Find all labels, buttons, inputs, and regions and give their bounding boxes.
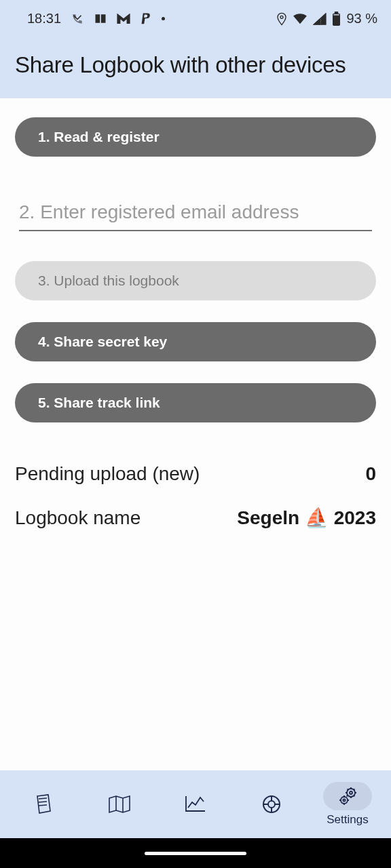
logbook-name-label: Logbook name [15, 507, 141, 529]
status-time: 18:31 [27, 11, 61, 26]
svg-rect-3 [334, 14, 339, 15]
lifebuoy-icon [261, 794, 282, 814]
upload-logbook-button: 3. Upload this logbook [15, 261, 376, 300]
logbook-icon [33, 793, 54, 815]
location-icon [276, 12, 287, 26]
pending-upload-label: Pending upload (new) [15, 463, 200, 485]
nav-map[interactable] [81, 770, 157, 838]
page-title: Share Logbook with other devices [15, 52, 376, 78]
nav-compass[interactable] [234, 770, 310, 838]
wifi-icon [293, 13, 308, 25]
logbook-name-row: Logbook name Segeln ⛵ 2023 [15, 504, 376, 532]
bottom-nav: Settings [0, 770, 391, 838]
svg-point-5 [268, 801, 275, 808]
battery-percent: 93 % [346, 11, 377, 26]
share-track-link-button[interactable]: 5. Share track link [15, 383, 376, 422]
app-header: Share Logbook with other devices [0, 37, 391, 98]
svg-point-8 [341, 797, 348, 804]
home-handle[interactable] [145, 852, 246, 855]
share-secret-key-button[interactable]: 4. Share secret key [15, 322, 376, 361]
more-notifications-icon [162, 17, 165, 20]
book-icon [94, 12, 107, 26]
status-bar: 18:31 93 % [0, 0, 391, 37]
pending-upload-row: Pending upload (new) 0 [15, 460, 376, 488]
pending-upload-value: 0 [365, 463, 376, 485]
battery-icon [332, 12, 341, 26]
signal-icon [313, 13, 327, 25]
nav-settings-label: Settings [327, 813, 368, 827]
email-input[interactable] [19, 197, 372, 231]
nav-logbook[interactable] [5, 770, 81, 838]
gears-icon [337, 786, 358, 806]
main-content: 1. Read & register 3. Upload this logboo… [0, 98, 391, 770]
svg-point-7 [350, 791, 352, 794]
svg-point-0 [280, 16, 283, 18]
gmail-icon [117, 14, 130, 24]
android-nav-bar [0, 838, 391, 868]
email-row [19, 197, 372, 231]
status-right: 93 % [276, 11, 377, 26]
missed-call-icon [71, 12, 84, 26]
map-icon [108, 794, 131, 814]
svg-rect-2 [335, 12, 339, 14]
paypal-icon [140, 12, 152, 26]
nav-settings[interactable]: Settings [310, 770, 386, 838]
logbook-name-value: Segeln ⛵ 2023 [237, 507, 376, 529]
svg-point-9 [343, 799, 345, 801]
read-register-button[interactable]: 1. Read & register [15, 117, 376, 157]
chart-icon [184, 794, 207, 814]
nav-stats[interactable] [157, 770, 234, 838]
status-left: 18:31 [27, 11, 165, 26]
